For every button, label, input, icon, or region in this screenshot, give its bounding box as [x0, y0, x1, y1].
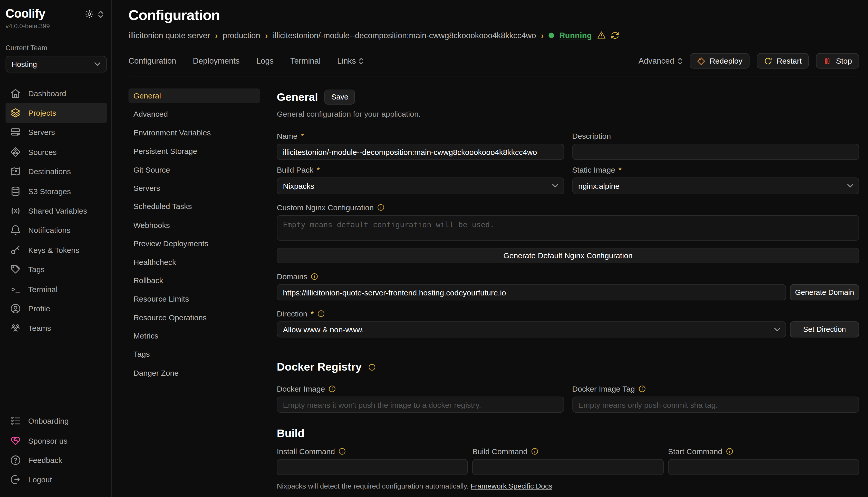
info-icon[interactable]	[317, 310, 325, 317]
general-section-header: General Save	[277, 89, 859, 104]
sidebar-item-dashboard[interactable]: Dashboard	[6, 84, 107, 103]
description-input[interactable]	[572, 144, 859, 160]
generate-domain-button[interactable]: Generate Domain	[790, 284, 859, 301]
subnav-danger-zone[interactable]: Danger Zone	[128, 366, 260, 380]
sidebar-item-label: S3 Storages	[28, 187, 71, 196]
tab-terminal[interactable]: Terminal	[290, 56, 320, 66]
variables-icon: (x)	[10, 205, 21, 216]
stop-label: Stop	[836, 56, 852, 66]
restart-icon	[764, 57, 772, 65]
subnav-persistent-storage[interactable]: Persistent Storage	[128, 144, 260, 158]
breadcrumb-separator: ›	[541, 31, 543, 40]
save-button[interactable]: Save	[325, 89, 355, 104]
sidebar-item-logout[interactable]: Logout	[6, 470, 107, 489]
sidebar-item-teams[interactable]: Teams	[6, 318, 107, 338]
static-image-select[interactable]: nginx:alpine	[572, 178, 859, 194]
page-title: Configuration	[128, 7, 859, 24]
sidebar-item-label: Sources	[28, 148, 57, 157]
sidebar-item-feedback[interactable]: Feedback	[6, 450, 107, 470]
sidebar-item-sponsor[interactable]: Sponsor us	[6, 431, 107, 450]
sidebar-item-s3-storages[interactable]: S3 Storages	[6, 181, 107, 201]
breadcrumb-environment[interactable]: production	[223, 31, 260, 40]
tab-logs[interactable]: Logs	[256, 56, 274, 66]
docker-image-input[interactable]	[277, 396, 564, 413]
subnav-metrics[interactable]: Metrics	[128, 328, 260, 343]
info-icon[interactable]	[377, 204, 385, 211]
subnav-general[interactable]: General	[128, 88, 260, 103]
info-icon[interactable]	[726, 448, 733, 455]
subnav-webhooks[interactable]: Webhooks	[128, 218, 260, 232]
subnav-resource-operations[interactable]: Resource Operations	[128, 310, 260, 324]
build-pack-select[interactable]: Nixpacks	[277, 178, 564, 194]
sidebar-item-onboarding[interactable]: Onboarding	[6, 411, 107, 431]
build-command-input[interactable]	[472, 459, 664, 475]
refresh-icon[interactable]	[610, 31, 620, 40]
app-version: v4.0.0-beta.399	[6, 23, 107, 29]
info-icon[interactable]	[531, 448, 538, 455]
start-command-input[interactable]	[668, 459, 859, 475]
subnav-servers[interactable]: Servers	[128, 181, 260, 195]
name-input[interactable]	[277, 144, 564, 160]
sidebar-item-shared-variables[interactable]: (x) Shared Variables	[6, 201, 107, 221]
required-mark: *	[317, 166, 320, 174]
subnav-resource-limits[interactable]: Resource Limits	[128, 292, 260, 306]
warning-icon[interactable]	[597, 30, 606, 40]
nixpacks-note: Nixpacks will detect the required config…	[277, 482, 859, 490]
theme-toggle-sun-icon[interactable]	[85, 10, 94, 21]
direction-select[interactable]: Allow www & non-www.	[277, 321, 786, 338]
sidebar-item-tags[interactable]: Tags	[6, 260, 107, 279]
info-icon[interactable]	[638, 385, 646, 393]
info-icon[interactable]	[328, 385, 336, 393]
sidebar-item-destinations[interactable]: Destinations	[6, 162, 107, 181]
tab-links[interactable]: Links	[337, 56, 364, 66]
sidebar-item-projects[interactable]: Projects	[6, 103, 107, 123]
team-select[interactable]: Hosting	[6, 56, 107, 73]
layers-icon	[10, 108, 21, 118]
sidebar-footer-nav: Onboarding Sponsor us Feedback Logout	[6, 411, 107, 489]
breadcrumb-project[interactable]: illicitonion quote server	[128, 31, 210, 40]
docker-image-tag-input[interactable]	[572, 396, 859, 413]
subnav-git-source[interactable]: Git Source	[128, 162, 260, 177]
domains-input[interactable]	[277, 284, 786, 301]
restart-button[interactable]: Restart	[757, 53, 809, 69]
subnav-healthcheck[interactable]: Healthcheck	[128, 255, 260, 269]
sidebar-item-terminal[interactable]: >_ Terminal	[6, 279, 107, 299]
sidebar-item-sources[interactable]: Sources	[6, 142, 107, 162]
set-direction-button[interactable]: Set Direction	[790, 321, 859, 338]
subnav-environment-variables[interactable]: Environment Variables	[128, 125, 260, 140]
sidebar-item-label: Servers	[28, 128, 55, 137]
sidebar-item-notifications[interactable]: Notifications	[6, 221, 107, 240]
breadcrumb-application[interactable]: illicitestonion/-module--decomposition:m…	[273, 31, 536, 40]
sidebar-item-label: Shared Variables	[28, 207, 87, 215]
subnav-scheduled-tasks[interactable]: Scheduled Tasks	[128, 199, 260, 214]
instance-switcher-icon[interactable]	[98, 10, 104, 20]
tab-configuration[interactable]: Configuration	[128, 56, 176, 66]
chevron-down-icon	[552, 184, 558, 188]
subnav-rollback[interactable]: Rollback	[128, 273, 260, 287]
sidebar-item-keys-tokens[interactable]: Keys & Tokens	[6, 240, 107, 259]
key-icon	[10, 244, 21, 255]
info-icon[interactable]	[311, 273, 318, 280]
sidebar-item-servers[interactable]: Servers	[6, 123, 107, 142]
info-icon[interactable]	[368, 363, 376, 371]
install-command-input[interactable]	[277, 459, 468, 475]
sidebar-item-label: Destinations	[28, 167, 71, 176]
description-field: Description	[572, 131, 859, 160]
generate-nginx-button[interactable]: Generate Default Nginx Configuration	[277, 248, 859, 263]
subnav-advanced[interactable]: Advanced	[128, 107, 260, 121]
subnav-preview-deployments[interactable]: Preview Deployments	[128, 236, 260, 251]
stop-button[interactable]: Stop	[816, 53, 859, 69]
subnav-tags[interactable]: Tags	[128, 347, 260, 361]
status-link[interactable]: Running	[559, 31, 592, 40]
build-pack-field: Build Pack * Nixpacks	[277, 166, 564, 194]
info-icon[interactable]	[338, 448, 346, 455]
tab-deployments[interactable]: Deployments	[193, 56, 240, 66]
redeploy-button[interactable]: Redeploy	[690, 53, 749, 69]
advanced-dropdown[interactable]: Advanced	[638, 56, 683, 66]
nginx-config-textarea[interactable]	[277, 215, 859, 241]
framework-docs-link[interactable]: Framework Specific Docs	[471, 482, 552, 490]
sidebar-item-profile[interactable]: Profile	[6, 299, 107, 318]
docker-image-label: Docker Image	[277, 384, 564, 393]
map-icon	[10, 166, 21, 177]
chevron-updown-icon	[678, 57, 683, 65]
